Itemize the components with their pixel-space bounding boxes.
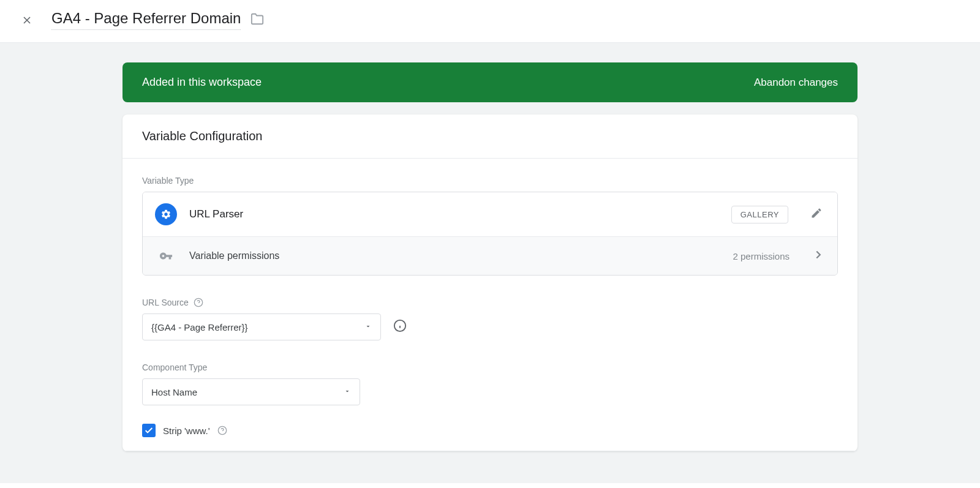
card-header: Variable Configuration xyxy=(123,114,858,159)
permissions-count: 2 permissions xyxy=(733,251,790,261)
strip-www-checkbox[interactable] xyxy=(142,424,156,437)
key-icon-wrap xyxy=(155,249,177,263)
page-title[interactable]: GA4 - Page Referrer Domain xyxy=(51,10,241,30)
chevron-right-icon xyxy=(812,248,825,261)
divider xyxy=(123,451,858,451)
component-type-value: Host Name xyxy=(151,387,197,397)
pencil-icon xyxy=(810,207,823,219)
content-area: Added in this workspace Abandon changes … xyxy=(0,43,980,483)
help-icon xyxy=(194,298,203,307)
caret-down-icon xyxy=(364,323,372,330)
abandon-changes-button[interactable]: Abandon changes xyxy=(754,77,838,89)
url-source-help[interactable] xyxy=(194,298,203,307)
banner-message: Added in this workspace xyxy=(142,76,262,89)
strip-www-row: Strip 'www.' xyxy=(142,424,838,437)
config-card: Variable Configuration Variable Type URL… xyxy=(123,114,858,451)
dropdown-arrow xyxy=(364,321,372,332)
close-icon xyxy=(21,14,33,26)
component-type-select[interactable]: Host Name xyxy=(142,378,360,405)
permissions-expand[interactable] xyxy=(812,248,825,264)
permissions-row[interactable]: Variable permissions 2 permissions xyxy=(143,236,837,275)
component-type-field: Component Type Host Name xyxy=(142,362,838,405)
strip-www-help[interactable] xyxy=(217,426,227,435)
gallery-button[interactable]: GALLERY xyxy=(731,206,788,223)
gear-badge xyxy=(155,203,177,225)
key-icon xyxy=(159,249,173,263)
folder-button[interactable] xyxy=(251,12,264,28)
folder-icon xyxy=(251,12,264,26)
url-source-label: URL Source xyxy=(142,298,189,307)
permissions-label: Variable permissions xyxy=(189,250,720,261)
info-icon xyxy=(393,319,407,332)
gear-icon xyxy=(160,209,172,220)
page-header: GA4 - Page Referrer Domain xyxy=(0,0,980,43)
edit-type-button[interactable] xyxy=(808,205,825,224)
url-source-info[interactable] xyxy=(393,319,407,335)
caret-down-icon xyxy=(344,388,351,395)
url-source-select[interactable]: {{GA4 - Page Referrer}} xyxy=(142,313,381,340)
variable-type-label: Variable Type xyxy=(142,176,838,186)
card-title: Variable Configuration xyxy=(142,129,838,143)
strip-www-label: Strip 'www.' xyxy=(163,426,210,436)
component-type-label: Component Type xyxy=(142,362,207,372)
variable-type-row[interactable]: URL Parser GALLERY xyxy=(143,192,837,236)
close-button[interactable] xyxy=(20,13,34,28)
url-source-field: URL Source {{GA4 - Page Referrer}} xyxy=(142,298,838,340)
help-icon xyxy=(217,426,227,435)
check-icon xyxy=(144,426,154,435)
variable-type-box: URL Parser GALLERY xyxy=(142,192,838,276)
url-source-value: {{GA4 - Page Referrer}} xyxy=(151,322,248,332)
workspace-banner: Added in this workspace Abandon changes xyxy=(123,62,858,102)
dropdown-arrow xyxy=(344,386,351,397)
variable-type-name: URL Parser xyxy=(189,208,719,220)
